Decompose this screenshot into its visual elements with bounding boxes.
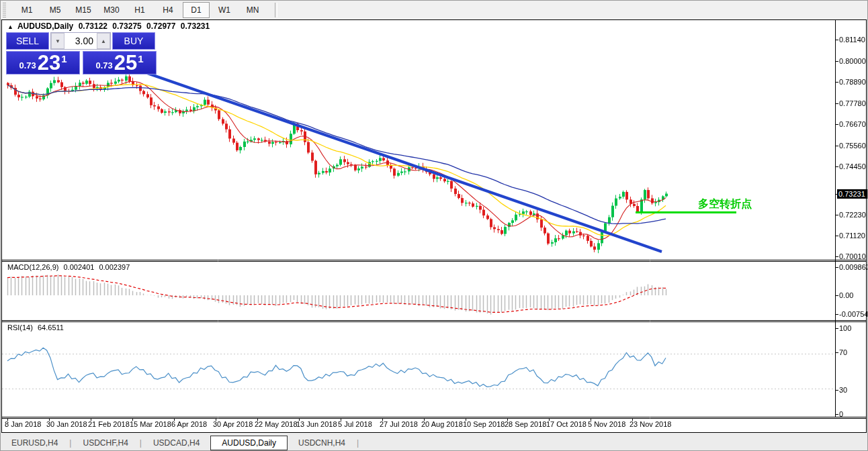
toolbar-grip-handle[interactable]: [3, 3, 6, 17]
toolbar-separator: [275, 3, 277, 17]
macd-axis-label: 0.009863: [839, 263, 868, 271]
tab-usdcnh-h4[interactable]: USDCNH,H4: [288, 436, 356, 450]
volume-spinner: ▼ 3.00 ▲: [50, 32, 111, 50]
date-label: 22 May 2018: [255, 420, 298, 428]
rsi-label: RSI(14) 64.6511: [7, 323, 67, 332]
date-label: 13 Jun 2018: [296, 420, 337, 428]
buy-price-prefix: 0.73: [95, 60, 112, 70]
current-price-tag: 0.73231: [837, 189, 868, 199]
rsi-axis-label: 70: [839, 348, 847, 356]
rsi-name: RSI(14): [7, 323, 33, 332]
sell-price-button[interactable]: 0.73231: [6, 51, 80, 74]
price-axis-label: 0.72230: [839, 211, 866, 219]
chart-canvas[interactable]: [2, 20, 866, 432]
sell-price-prefix: 0.73: [19, 60, 36, 70]
rsi-value: 64.6511: [38, 323, 64, 332]
symbol-tab-bar: EURUSD,H4 | USDCHF,H4 | USDCAD,H4 AUDUSD…: [1, 434, 868, 451]
tab-separator: |: [356, 438, 359, 448]
buy-button[interactable]: BUY: [112, 32, 155, 50]
timeframe-button-h1[interactable]: H1: [126, 2, 153, 18]
price-axis-label: 0.70010: [839, 252, 866, 260]
tab-audusd-daily[interactable]: AUDUSD,Daily: [210, 436, 288, 450]
chart-title: ▲AUDUSD,Daily 0.73122 0.73275 0.72977 0.…: [7, 21, 212, 31]
date-label: 21 Feb 2018: [88, 420, 130, 428]
date-label: 6 Apr 2018: [171, 420, 207, 428]
collapse-arrow-icon[interactable]: ▲: [7, 23, 13, 30]
date-label: 17 Oct 2018: [546, 420, 587, 428]
price-axis-label: 0.74450: [839, 162, 866, 170]
volume-increase-button[interactable]: ▲: [97, 33, 110, 49]
timeframe-button-m1[interactable]: M1: [13, 2, 40, 18]
date-label: 5 Nov 2018: [588, 420, 625, 428]
date-label: 27 Jul 2018: [380, 420, 418, 428]
date-label: 15 Mar 2018: [130, 420, 171, 428]
tab-usdcad-h4[interactable]: USDCAD,H4: [142, 436, 210, 450]
sell-price-pip: 1: [61, 53, 67, 64]
timeframe-button-mn[interactable]: MN: [239, 2, 266, 18]
date-label: 23 Nov 2018: [630, 420, 671, 428]
price-axis-label: 0.81140: [839, 36, 865, 44]
buy-price-button[interactable]: 0.73251: [83, 51, 157, 74]
date-label: 20 Aug 2018: [421, 420, 463, 428]
sell-button[interactable]: SELL: [6, 32, 49, 50]
macd-name: MACD(12,26,9): [7, 263, 58, 271]
rsi-axis-label: 0: [839, 410, 843, 418]
date-label: 5 Jul 2018: [338, 420, 372, 428]
chevron-up-icon: ▲: [101, 38, 106, 44]
buy-price-pip: 1: [138, 53, 143, 64]
price-axis-label: 0.77780: [839, 99, 866, 107]
macd-axis-label: 0.00: [839, 291, 853, 299]
price-axis-label: 0.71120: [839, 232, 865, 240]
annotation-label[interactable]: 多空转折点: [698, 197, 752, 211]
date-label: 28 Sep 2018: [505, 420, 546, 428]
chevron-down-icon: ▼: [55, 38, 60, 44]
ohlc-low: 0.72977: [146, 21, 175, 31]
macd-label: MACD(12,26,9) 0.002401 0.002397: [7, 263, 132, 271]
date-label: 10 Sep 2018: [463, 420, 505, 428]
price-axis-label: 0.75560: [839, 142, 866, 150]
timeframe-toolbar: M1 M5 M15 M30 H1 H4 D1 W1 MN: [1, 1, 868, 20]
rsi-axis-label: 100: [839, 324, 851, 332]
date-label: 30 Apr 2018: [213, 420, 253, 428]
date-label: 8 Jan 2018: [5, 420, 41, 428]
trading-app-window: M1 M5 M15 M30 H1 H4 D1 W1 MN ▲AUDUSD,Dai…: [0, 0, 868, 451]
volume-decrease-button[interactable]: ▼: [51, 33, 64, 49]
date-label: 30 Jan 2018: [46, 420, 87, 428]
timeframe-button-w1[interactable]: W1: [211, 2, 238, 18]
sell-price-big: 23: [38, 53, 60, 73]
timeframe-button-m5[interactable]: M5: [42, 2, 69, 18]
macd-axis-label: -0.007543: [839, 310, 868, 318]
price-axis-label: 0.80000: [839, 57, 866, 65]
tab-usdchf-h4[interactable]: USDCHF,H4: [72, 436, 138, 450]
ohlc-open: 0.73122: [79, 21, 107, 31]
one-click-trade-panel: SELL ▼ 3.00 ▲ BUY 0.73231 0.73251: [6, 32, 157, 74]
ohlc-high: 0.73275: [112, 21, 141, 31]
price-axis-label: 0.78890: [839, 78, 866, 86]
volume-input[interactable]: 3.00: [64, 33, 97, 49]
price-axis-label: 0.76670: [839, 120, 866, 128]
tab-eurusd-h4[interactable]: EURUSD,H4: [1, 436, 69, 450]
timeframe-button-m30[interactable]: M30: [98, 2, 125, 18]
rsi-axis-label: 30: [839, 386, 847, 394]
timeframe-button-m15[interactable]: M15: [70, 2, 97, 18]
ohlc-close: 0.73231: [181, 21, 210, 31]
chart-symbol-label: AUDUSD,Daily: [17, 21, 73, 31]
macd-signal-value: 0.002397: [99, 263, 130, 271]
buy-price-big: 25: [114, 53, 137, 73]
timeframe-button-h4[interactable]: H4: [155, 2, 181, 18]
timeframe-button-d1[interactable]: D1: [183, 2, 210, 18]
macd-main-value: 0.002401: [63, 263, 94, 271]
chart-window: ▲AUDUSD,Daily 0.73122 0.73275 0.72977 0.…: [1, 19, 867, 433]
